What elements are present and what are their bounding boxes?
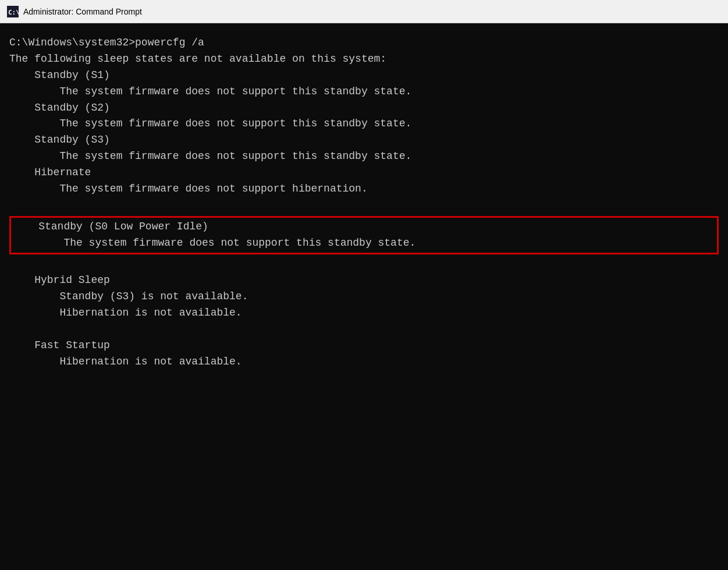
s2-msg-line: The system firmware does not support thi… [9,116,719,132]
s3-msg-line: The system firmware does not support thi… [9,148,719,165]
hibernate-label-line: Hibernate [9,165,719,181]
svg-text:C:\: C:\ [8,9,19,16]
terminal-body: C:\Windows\system32>powercfg /a The foll… [0,23,728,570]
s1-label-line: Standby (S1) [9,68,719,84]
cmd-prompt-line: C:\Windows\system32>powercfg /a [9,35,719,51]
s0-label-line: Standby (S0 Low Power Idle) [11,219,717,235]
fast-startup-label-line: Fast Startup [9,338,719,354]
hibernate-msg-line: The system firmware does not support hib… [9,181,719,197]
blank-line-6 [9,321,719,338]
hybrid-sleep-msg2-line: Hibernation is not available. [9,305,719,321]
cmd-icon: C:\ [7,6,19,17]
s1-msg-line: The system firmware does not support thi… [9,84,719,100]
fast-startup-msg-line: Hibernation is not available. [9,354,719,370]
blank-line-5 [9,257,719,273]
blank-line-4 [9,197,719,214]
hybrid-sleep-msg1-line: Standby (S3) is not available. [9,289,719,305]
hybrid-sleep-label-line: Hybrid Sleep [9,272,719,289]
header-line: The following sleep states are not avail… [9,51,719,68]
s3-label-line: Standby (S3) [9,132,719,148]
s0-msg-line: The system firmware does not support thi… [11,235,717,252]
window-title: Administrator: Command Prompt [23,7,142,16]
highlighted-section: Standby (S0 Low Power Idle) The system f… [9,216,719,254]
s2-label-line: Standby (S2) [9,100,719,116]
title-bar: C:\ Administrator: Command Prompt [0,0,728,23]
